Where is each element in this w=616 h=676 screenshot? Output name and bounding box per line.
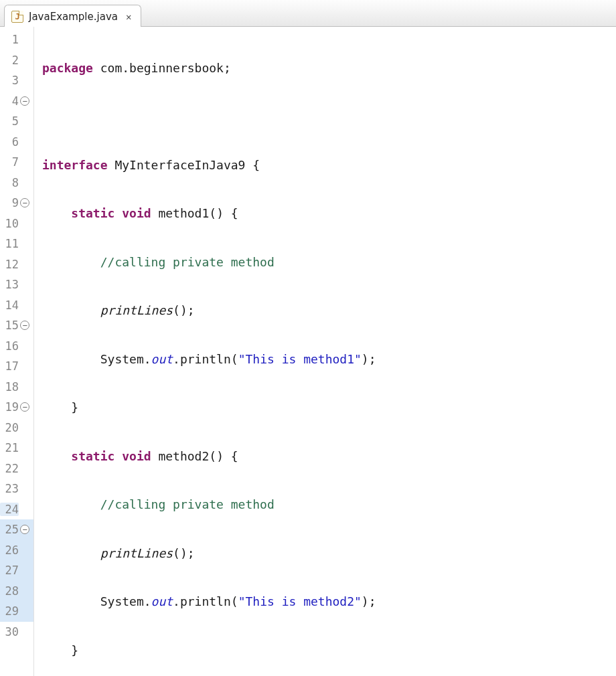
line-number: 14 — [0, 299, 19, 312]
gutter: 1234−56789−101112131415−16171819−2021222… — [0, 27, 34, 676]
gutter-row: 13 — [0, 274, 33, 295]
editor-panel: J JavaExample.java ✕ 1234−56789−10111213… — [0, 0, 616, 676]
code-body[interactable]: package com.beginnersbook; interface MyI… — [34, 27, 477, 676]
gutter-row: 28 — [0, 581, 33, 602]
gutter-row: 8 — [0, 173, 33, 193]
line-number: 5 — [0, 114, 19, 128]
code-line: printLines(); — [42, 301, 477, 321]
line-number: 7 — [0, 155, 19, 169]
line-number: 24 — [0, 503, 19, 516]
code-line: printLines(); — [42, 543, 477, 564]
gutter-row: 17 — [0, 356, 33, 377]
code-line: interface MyInterfaceInJava9 { — [42, 155, 477, 175]
line-number: 11 — [0, 237, 19, 250]
gutter-row: 9− — [0, 193, 33, 214]
gutter-row: 12 — [0, 254, 33, 275]
gutter-row: 15− — [0, 315, 33, 336]
code-line — [42, 106, 477, 127]
line-number: 1 — [0, 33, 19, 46]
gutter-row: 23 — [0, 479, 33, 499]
fold-collapse-icon[interactable]: − — [20, 321, 29, 330]
gutter-row: 21 — [0, 438, 33, 458]
line-number: 21 — [0, 441, 19, 454]
gutter-row: 1 — [0, 29, 33, 50]
line-number: 23 — [0, 482, 19, 495]
gutter-row: 19− — [0, 397, 33, 418]
gutter-row: 3 — [0, 70, 33, 91]
line-number: 20 — [0, 421, 19, 434]
code-line: } — [42, 398, 477, 418]
tab-label: JavaExample.java — [29, 11, 118, 23]
tab-bar: J JavaExample.java ✕ — [0, 0, 616, 27]
line-number: 9 — [0, 196, 19, 209]
line-number: 3 — [0, 74, 19, 87]
fold-collapse-icon[interactable]: − — [20, 96, 29, 106]
line-number: 4 — [0, 94, 19, 108]
gutter-row: 30 — [0, 622, 33, 643]
code-line: package com.beginnersbook; — [42, 58, 477, 78]
code-line: //calling private method — [42, 252, 477, 272]
code-line: System.out.println("This is method2"); — [42, 592, 477, 612]
java-file-icon: J — [11, 11, 23, 23]
gutter-row: 20 — [0, 418, 33, 438]
gutter-row: 25− — [0, 519, 33, 540]
code-line: static void method1() { — [42, 203, 477, 224]
gutter-row: 16 — [0, 336, 33, 357]
code-line: } — [42, 640, 477, 661]
line-number: 8 — [0, 176, 19, 189]
line-number: 2 — [0, 54, 19, 67]
line-number: 26 — [0, 543, 19, 557]
gutter-row: 22 — [0, 458, 33, 479]
line-number: 25 — [0, 523, 19, 536]
line-number: 13 — [0, 278, 19, 291]
line-number: 28 — [0, 584, 19, 598]
gutter-row: 11 — [0, 234, 33, 254]
fold-collapse-icon[interactable]: − — [20, 402, 29, 412]
gutter-row: 14 — [0, 295, 33, 316]
line-number: 10 — [0, 217, 19, 230]
line-number: 22 — [0, 462, 19, 475]
line-number: 18 — [0, 380, 19, 394]
gutter-row: 29 — [0, 601, 33, 622]
gutter-row: 27 — [0, 560, 33, 581]
close-icon[interactable]: ✕ — [126, 11, 131, 22]
gutter-row: 10 — [0, 214, 33, 234]
code-line: //calling private method — [42, 495, 477, 515]
code-line: System.out.println("This is method1"); — [42, 349, 477, 369]
gutter-row: 18 — [0, 377, 33, 398]
fold-collapse-icon[interactable]: − — [20, 525, 29, 534]
gutter-row: 4− — [0, 91, 33, 112]
line-number: 27 — [0, 564, 19, 577]
code-line: static void method2() { — [42, 446, 477, 467]
gutter-row: 7 — [0, 152, 33, 173]
line-number: 16 — [0, 339, 19, 353]
line-number: 6 — [0, 135, 19, 149]
code-area[interactable]: 1234−56789−101112131415−16171819−2021222… — [0, 27, 616, 676]
gutter-row: 24 — [0, 499, 33, 520]
line-number: 17 — [0, 359, 19, 373]
gutter-row: 26 — [0, 540, 33, 561]
line-number: 30 — [0, 625, 19, 639]
gutter-row: 2 — [0, 50, 33, 71]
gutter-row: 6 — [0, 132, 33, 153]
tab-java-example[interactable]: J JavaExample.java ✕ — [4, 5, 141, 27]
line-number: 12 — [0, 258, 19, 271]
line-number: 15 — [0, 319, 19, 332]
line-number: 19 — [0, 400, 19, 414]
line-number: 29 — [0, 604, 19, 618]
gutter-row: 5 — [0, 111, 33, 132]
fold-collapse-icon[interactable]: − — [20, 198, 29, 207]
